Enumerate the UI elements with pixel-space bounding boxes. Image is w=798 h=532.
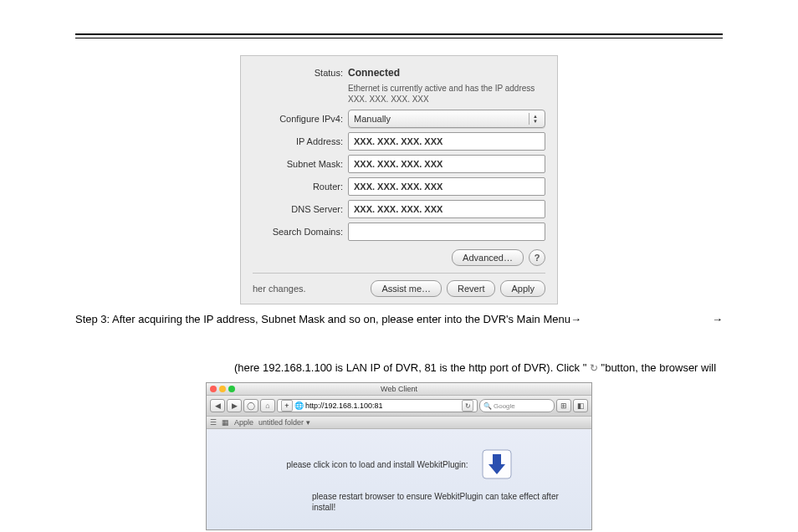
dns-server-field[interactable]: XXX. XXX. XXX. XXX [348, 200, 545, 218]
ip-address-field[interactable]: XXX. XXX. XXX. XXX [348, 132, 545, 151]
address-bar[interactable]: + 🌐 http://192.168.1.100:81 ↻ [277, 399, 478, 412]
sidebar-button[interactable]: ◧ [573, 399, 588, 412]
reload-icon[interactable]: ↻ [462, 400, 473, 412]
configure-ipv4-popup[interactable]: Manually ▲▼ [348, 110, 545, 128]
mac-network-panel: Status: Connected Ethernet is currently … [240, 55, 558, 304]
bookmark-folder[interactable]: untitled folder ▾ [258, 418, 310, 427]
topsites-icon[interactable]: ▦ [222, 418, 229, 427]
step3-text: Step 3: After acquiring the IP address, … [75, 313, 570, 325]
search-domains-label: Search Domains: [253, 227, 348, 237]
status-value: Connected [348, 67, 545, 79]
popup-arrows-icon: ▲▼ [529, 113, 541, 125]
home-button[interactable]: ⌂ [260, 399, 275, 412]
bookmark-apple[interactable]: Apple [234, 418, 253, 427]
tabexpose-button[interactable]: ⊞ [556, 399, 571, 412]
bookmarks-menu-icon[interactable]: ☰ [210, 418, 217, 427]
search-field[interactable]: 🔍 Google [479, 399, 555, 412]
mid-text-a: (here 192.168.1.100 is LAN IP of DVR, 81… [234, 361, 590, 374]
help-button[interactable]: ? [529, 249, 545, 266]
mid-text-b: "button, the browser will [598, 361, 716, 374]
arrow-icon-2: → [712, 311, 723, 328]
back-button[interactable]: ◀ [210, 399, 225, 412]
page-content: please click icon to load and install We… [207, 429, 591, 529]
dns-label: DNS Server: [253, 204, 348, 214]
svg-rect-1 [493, 454, 501, 464]
refresh-icon: ↻ [590, 362, 598, 374]
apply-button[interactable]: Apply [500, 280, 545, 297]
router-field[interactable]: XXX. XXX. XXX. XXX [348, 177, 545, 196]
safari-titlebar: Web Client [207, 383, 591, 396]
subnet-mask-field[interactable]: XXX. XXX. XXX. XXX [348, 155, 545, 173]
stop-button[interactable]: ◯ [243, 399, 258, 412]
safari-window: Web Client ◀ ▶ ◯ ⌂ + 🌐 http://192.168.1.… [206, 382, 592, 530]
ip-label: IP Address: [253, 136, 348, 146]
status-label: Status: [253, 68, 348, 78]
safari-toolbar: ◀ ▶ ◯ ⌂ + 🌐 http://192.168.1.100:81 ↻ 🔍 … [207, 396, 591, 417]
search-domains-field[interactable] [348, 223, 545, 241]
revert-button[interactable]: Revert [447, 280, 495, 297]
mid-text-line: (here 192.168.1.100 is LAN IP of DVR, 81… [75, 361, 723, 375]
window-title: Web Client [207, 385, 591, 393]
assist-me-button[interactable]: Assist me… [371, 280, 442, 297]
subnet-label: Subnet Mask: [253, 159, 348, 169]
configure-label: Configure IPv4: [253, 114, 348, 124]
add-bookmark-icon[interactable]: + [281, 400, 293, 412]
search-icon: 🔍 [483, 402, 492, 410]
router-label: Router: [253, 182, 348, 192]
forward-button[interactable]: ▶ [227, 399, 242, 412]
header-rule [75, 33, 723, 38]
arrow-icon: → [570, 313, 581, 325]
advanced-button[interactable]: Advanced… [452, 249, 524, 266]
step3-line: Step 3: After acquiring the IP address, … [75, 311, 723, 328]
site-globe-icon: 🌐 [294, 402, 304, 410]
plugin-install-msg: please click icon to load and install We… [286, 459, 468, 470]
search-placeholder: Google [494, 402, 515, 410]
lock-note: her changes. [253, 284, 306, 294]
status-subtext: Ethernet is currently active and has the… [348, 83, 545, 105]
bookmarks-bar: ☰ ▦ Apple untitled folder ▾ [207, 417, 591, 429]
plugin-restart-msg: please restart browser to ensure WebkitP… [220, 491, 578, 513]
url-text: http://192.168.1.100:81 [305, 402, 383, 410]
configure-ipv4-value: Manually [354, 114, 391, 124]
download-plugin-icon[interactable] [482, 449, 512, 479]
